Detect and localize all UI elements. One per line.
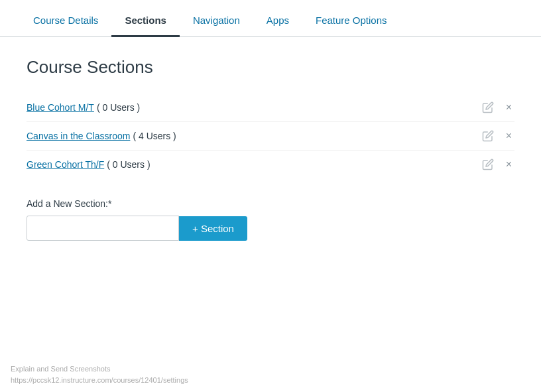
x-icon: × — [506, 102, 512, 113]
new-section-input[interactable] — [27, 216, 179, 241]
edit-section-button-green-cohort[interactable] — [479, 156, 497, 173]
delete-section-button-green-cohort[interactable]: × — [503, 157, 514, 172]
tab-course-details[interactable]: Course Details — [20, 5, 111, 37]
section-info: Green Cohort Th/F ( 0 Users ) — [27, 159, 150, 170]
section-users-canvas-classroom: ( 4 Users ) — [133, 131, 176, 141]
tab-apps[interactable]: Apps — [253, 5, 302, 37]
add-section-area: Add a New Section:* + Section — [27, 198, 514, 241]
section-row: Green Cohort Th/F ( 0 Users ) × — [27, 151, 514, 178]
tab-navigation[interactable]: Navigation — [180, 5, 253, 37]
delete-section-button-canvas-classroom[interactable]: × — [503, 128, 514, 144]
section-info: Canvas in the Classroom ( 4 Users ) — [27, 131, 176, 141]
section-info: Blue Cohort M/T ( 0 Users ) — [27, 102, 140, 113]
sections-list: Blue Cohort M/T ( 0 Users ) ×Canvas in t… — [27, 94, 514, 178]
x-icon: × — [506, 131, 512, 141]
tab-sections[interactable]: Sections — [111, 5, 180, 37]
add-section-label: Add a New Section:* — [27, 198, 514, 209]
page-title: Course Sections — [27, 57, 514, 78]
section-link-blue-cohort[interactable]: Blue Cohort M/T — [27, 102, 94, 113]
x-icon: × — [506, 159, 512, 170]
edit-section-button-canvas-classroom[interactable] — [479, 127, 497, 145]
section-row: Blue Cohort M/T ( 0 Users ) × — [27, 94, 514, 122]
add-section-button[interactable]: + Section — [179, 216, 247, 241]
section-link-green-cohort[interactable]: Green Cohort Th/F — [27, 159, 104, 170]
section-users-green-cohort: ( 0 Users ) — [107, 159, 150, 170]
section-actions-canvas-classroom: × — [479, 127, 514, 145]
section-link-canvas-classroom[interactable]: Canvas in the Classroom — [27, 131, 130, 141]
section-users-blue-cohort: ( 0 Users ) — [97, 102, 140, 113]
section-actions-green-cohort: × — [479, 156, 514, 173]
delete-section-button-blue-cohort[interactable]: × — [503, 99, 514, 115]
section-actions-blue-cohort: × — [479, 99, 514, 116]
section-row: Canvas in the Classroom ( 4 Users ) × — [27, 122, 514, 151]
edit-section-button-blue-cohort[interactable] — [479, 99, 497, 116]
tab-feature-options[interactable]: Feature Options — [302, 5, 400, 37]
tab-bar: Course DetailsSectionsNavigationAppsFeat… — [0, 5, 541, 37]
